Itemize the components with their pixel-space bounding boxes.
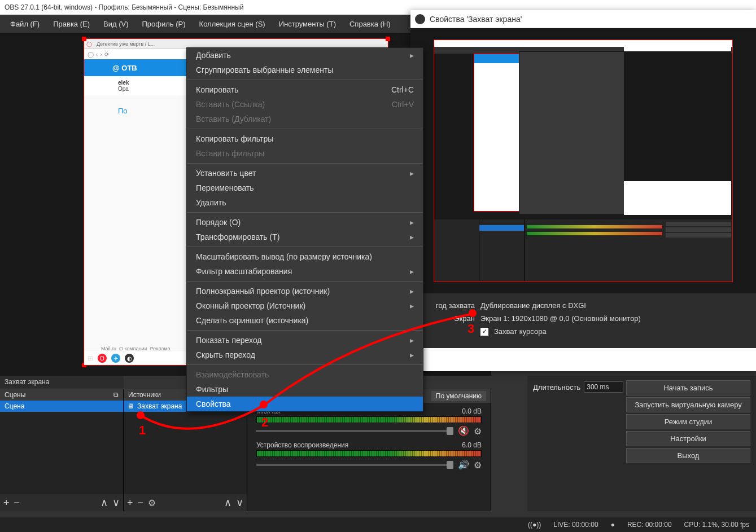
track-db: 0.0 dB — [462, 407, 482, 415]
menu-edit[interactable]: Правка (E) — [46, 16, 97, 32]
source-properties-button[interactable]: ⚙ — [148, 498, 156, 508]
obs-icon — [415, 14, 425, 24]
menu-scene-collection[interactable]: Коллекция сцен (S) — [193, 16, 272, 32]
ctx-set-color[interactable]: Установить цвет — [187, 166, 423, 181]
footer-t: О компании — [119, 346, 147, 351]
track-db: 6.0 dB — [462, 441, 482, 449]
ctx-interact: Взаимодействовать — [187, 367, 423, 382]
shortcut: Ctrl+V — [392, 100, 414, 109]
ctx-hide-transition[interactable]: Скрыть переход — [187, 348, 423, 362]
ctx-show-transition[interactable]: Показать переход — [187, 333, 423, 348]
scenes-title: Сцены — [5, 391, 25, 399]
remove-scene-button[interactable]: − — [14, 497, 20, 509]
ctx-paste-dup: Вставить (Дубликат) — [187, 112, 423, 126]
ctx-group[interactable]: Сгруппировать выбранные элементы — [187, 63, 423, 77]
ctx-copy[interactable]: КопироватьCtrl+C — [187, 82, 423, 97]
annotation-number-3: 3 — [467, 322, 474, 336]
resize-handle[interactable] — [82, 37, 86, 41]
ctx-rename[interactable]: Переименовать — [187, 181, 423, 195]
add-scene-button[interactable]: + — [3, 497, 10, 509]
start-recording-button[interactable]: Начать запись — [626, 380, 750, 395]
controls-panel: Длительность ▴▾ Начать запись Запустить … — [527, 376, 756, 511]
status-cpu: CPU: 1.1%, 30.00 fps — [684, 521, 749, 529]
properties-preview — [410, 28, 756, 293]
footer-t: Реклама — [150, 346, 171, 351]
screen-label: Экран — [418, 314, 475, 323]
window-title: OBS 27.0.1 (64-bit, windows) - Профиль: … — [5, 0, 243, 15]
ctx-fullscreen-proj[interactable]: Полноэкранный проектор (источник) — [187, 284, 423, 298]
menu-view[interactable]: Вид (V) — [97, 16, 135, 32]
exit-button[interactable]: Выход — [626, 448, 750, 463]
scene-item[interactable]: Сцена — [0, 401, 123, 412]
settings-button[interactable]: Настройки — [626, 431, 750, 446]
properties-form: год захвата Дублирование дисплея с DXGI … — [410, 293, 756, 348]
resize-handle[interactable] — [386, 37, 390, 41]
stream-indicator-icon: ((●)) — [528, 521, 541, 529]
source-item-label: Захват экрана — [137, 402, 182, 410]
menu-profile[interactable]: Профиль (P) — [136, 16, 193, 32]
ctx-copy-filters[interactable]: Копировать фильтры — [187, 131, 423, 146]
mail-logo: @ ОТВ — [112, 64, 137, 72]
source-context-menu: Добавить Сгруппировать выбранные элемент… — [186, 47, 423, 412]
ctx-paste-ref: Вставить (Ссылка)Ctrl+V — [187, 97, 423, 112]
capture-cursor-label: Захват курсора — [494, 327, 547, 336]
ctx-paste-filters: Вставить фильтры — [187, 146, 423, 161]
menu-file[interactable]: Файл (F) — [3, 16, 46, 32]
capture-method-value[interactable]: Дублирование дисплея с DXGI — [480, 301, 748, 310]
screen-value[interactable]: Экран 1: 1920x1080 @ 0,0 (Основной монит… — [480, 314, 748, 323]
sources-title: Источники — [128, 391, 161, 399]
annotation-dot-3 — [469, 309, 477, 317]
move-down-button[interactable]: ∨ — [112, 496, 120, 509]
speaker-icon[interactable]: 🔊 — [457, 459, 470, 471]
ctx-window-proj[interactable]: Оконный проектор (Источник) — [187, 298, 423, 313]
mixer-default-button[interactable]: По умолчанию — [431, 391, 486, 401]
status-bar: ((●)) LIVE: 00:00:00 ● REC: 00:00:00 CPU… — [0, 517, 756, 532]
ctx-transform[interactable]: Трансформировать (T) — [187, 230, 423, 244]
status-rec: REC: 00:00:00 — [627, 521, 672, 529]
scenes-dock: Сцены⧉ Сцена + − ∧ ∨ — [0, 389, 124, 511]
move-up-button[interactable]: ∧ — [100, 496, 108, 509]
start-virtual-cam-button[interactable]: Запустить виртуальную камеру — [626, 397, 750, 412]
preview-username: elek — [118, 80, 129, 86]
menu-tools[interactable]: Инструменты (T) — [272, 16, 343, 32]
transition-duration-input[interactable] — [584, 381, 623, 393]
undock-icon[interactable]: ⧉ — [113, 391, 119, 399]
mixer-track-playback: Устройство воспроизведения6.0 dB 🔊 ⚙ — [252, 439, 486, 473]
properties-title: Свойства 'Захват экрана' — [430, 15, 522, 24]
ctx-remove[interactable]: Удалить — [187, 195, 423, 210]
ctx-properties[interactable]: Свойства — [187, 397, 423, 411]
ctx-order[interactable]: Порядок (O) — [187, 215, 423, 230]
properties-window: Свойства 'Захват экрана' год захва — [410, 10, 756, 371]
annotation-number-2: 2 — [261, 415, 268, 430]
mute-icon[interactable]: 🔇 — [457, 425, 470, 437]
ctx-screenshot[interactable]: Сделать скриншот (источника) — [187, 313, 423, 328]
volume-slider[interactable] — [256, 430, 453, 432]
annotation-dot-2 — [260, 401, 268, 408]
track-settings-icon[interactable]: ⚙ — [474, 426, 482, 437]
footer-t: Mail.ru — [101, 346, 116, 351]
menu-help[interactable]: Справка (H) — [343, 16, 397, 32]
display-icon: 🖥 — [127, 402, 134, 410]
status-live: LIVE: 00:00:00 — [553, 521, 598, 529]
track-settings-icon[interactable]: ⚙ — [474, 460, 482, 471]
ctx-add[interactable]: Добавить — [187, 48, 423, 63]
annotation-dot-1 — [137, 411, 145, 419]
capture-cursor-checkbox[interactable]: ✓ — [480, 328, 488, 336]
studio-mode-button[interactable]: Режим студии — [626, 414, 750, 429]
annotation-number-1: 1 — [139, 423, 146, 438]
preview-usersub: Ора — [118, 86, 129, 92]
ctx-scale-filter[interactable]: Фильтр масштабирования — [187, 264, 423, 279]
shortcut: Ctrl+C — [391, 85, 414, 94]
ctx-scale-output[interactable]: Масштабировать вывод (по размеру источни… — [187, 249, 423, 264]
volume-slider[interactable] — [256, 464, 453, 466]
browser-tab: Детектив уже мертв / L... — [94, 41, 157, 47]
track-name: Устройство воспроизведения — [256, 441, 348, 449]
transition-duration-label: Длительность — [533, 383, 580, 392]
move-up-button[interactable]: ∧ — [224, 496, 231, 509]
audio-meter — [256, 416, 482, 423]
add-source-button[interactable]: + — [127, 497, 133, 509]
ctx-filters[interactable]: Фильтры — [187, 382, 423, 397]
move-down-button[interactable]: ∨ — [236, 496, 243, 509]
remove-source-button[interactable]: − — [138, 497, 144, 509]
dock-header-capture: Захват экрана — [0, 376, 124, 388]
